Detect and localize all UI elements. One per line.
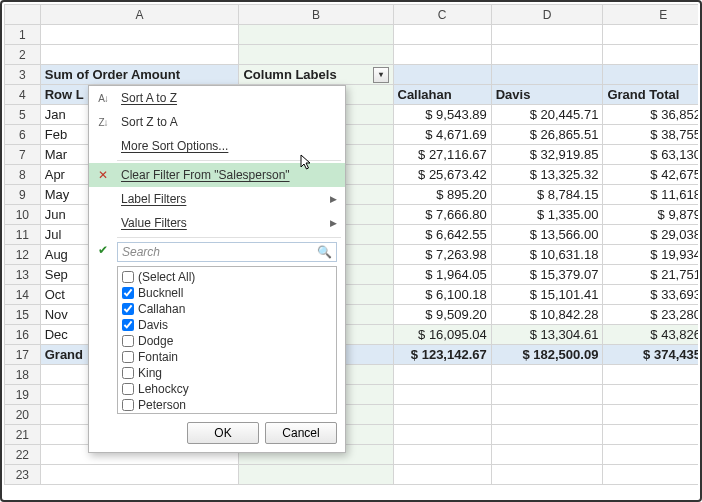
filter-search-input[interactable]: Search 🔍 [117, 242, 337, 262]
data-cell[interactable]: $ 895.20 [393, 185, 491, 205]
filter-item[interactable]: Sahet [122, 413, 332, 414]
cell[interactable] [603, 25, 698, 45]
data-cell[interactable]: $ 36,852.32 [603, 105, 698, 125]
filter-checkbox[interactable] [122, 367, 134, 379]
col-header-C[interactable]: C [393, 5, 491, 25]
cell[interactable] [491, 425, 603, 445]
row-header[interactable]: 14 [5, 285, 41, 305]
data-cell[interactable]: $ 8,784.15 [491, 185, 603, 205]
ok-button[interactable]: OK [187, 422, 259, 444]
menu-value-filters[interactable]: Value Filters ▶ [89, 211, 345, 235]
data-cell[interactable]: $ 15,379.07 [491, 265, 603, 285]
filter-checkbox[interactable] [122, 319, 134, 331]
cell[interactable] [393, 45, 491, 65]
row-header[interactable]: 9 [5, 185, 41, 205]
cell[interactable] [491, 65, 603, 85]
cell[interactable] [239, 465, 393, 485]
row-header[interactable]: 16 [5, 325, 41, 345]
grand-total-cell[interactable]: $ 123,142.67 [393, 345, 491, 365]
row-header[interactable]: 20 [5, 405, 41, 425]
cell[interactable] [239, 25, 393, 45]
data-cell[interactable]: $ 9,543.89 [393, 105, 491, 125]
cell[interactable] [603, 445, 698, 465]
data-cell[interactable]: $ 7,666.80 [393, 205, 491, 225]
data-cell[interactable]: $ 10,631.18 [491, 245, 603, 265]
data-cell[interactable]: $ 16,095.04 [393, 325, 491, 345]
select-all-corner[interactable] [5, 5, 41, 25]
cell[interactable] [603, 365, 698, 385]
data-cell[interactable]: $ 9,509.20 [393, 305, 491, 325]
data-cell[interactable]: $ 6,100.18 [393, 285, 491, 305]
filter-item[interactable]: Dodge [122, 333, 332, 349]
cell[interactable] [40, 465, 239, 485]
data-cell[interactable]: $ 38,755.10 [603, 125, 698, 145]
grand-total-cell[interactable]: $ 182,500.09 [491, 345, 603, 365]
column-labels-cell[interactable]: Column Labels▾ [239, 65, 393, 85]
menu-more-sort[interactable]: More Sort Options... [89, 134, 345, 158]
cell[interactable] [239, 45, 393, 65]
row-header[interactable]: 18 [5, 365, 41, 385]
cell[interactable] [393, 465, 491, 485]
menu-label-filters[interactable]: Label Filters ▶ [89, 187, 345, 211]
row-header[interactable]: 15 [5, 305, 41, 325]
cell[interactable] [40, 25, 239, 45]
data-cell[interactable]: $ 4,671.69 [393, 125, 491, 145]
filter-values-listbox[interactable]: (Select All)BucknellCallahanDavisDodgeFo… [117, 266, 337, 414]
filter-item[interactable]: Lehockcy [122, 381, 332, 397]
row-header[interactable]: 13 [5, 265, 41, 285]
filter-item[interactable]: Callahan [122, 301, 332, 317]
row-header[interactable]: 23 [5, 465, 41, 485]
data-cell[interactable]: $ 10,842.28 [491, 305, 603, 325]
cell[interactable] [491, 385, 603, 405]
data-cell[interactable]: $ 33,693.49 [603, 285, 698, 305]
row-header[interactable]: 21 [5, 425, 41, 445]
menu-sort-az[interactable]: A↓ Sort A to Z [89, 86, 345, 110]
filter-checkbox[interactable] [122, 335, 134, 347]
filter-checkbox[interactable] [122, 399, 134, 411]
cell[interactable] [603, 405, 698, 425]
data-cell[interactable]: $ 23,280.68 [603, 305, 698, 325]
data-cell[interactable]: $ 20,445.71 [491, 105, 603, 125]
filter-checkbox[interactable] [122, 383, 134, 395]
data-cell[interactable]: $ 1,964.05 [393, 265, 491, 285]
row-header[interactable]: 6 [5, 125, 41, 145]
filter-item[interactable]: Bucknell [122, 285, 332, 301]
data-cell[interactable]: $ 26,865.51 [491, 125, 603, 145]
cell[interactable] [40, 45, 239, 65]
col-header-E[interactable]: E [603, 5, 698, 25]
salesperson-header[interactable]: Davis [491, 85, 603, 105]
filter-checkbox[interactable] [122, 271, 134, 283]
filter-checkbox[interactable] [122, 303, 134, 315]
data-cell[interactable]: $ 27,116.67 [393, 145, 491, 165]
row-header[interactable]: 1 [5, 25, 41, 45]
sum-of-order-amount-label[interactable]: Sum of Order Amount [40, 65, 239, 85]
cell[interactable] [603, 465, 698, 485]
data-cell[interactable]: $ 9,879.00 [603, 205, 698, 225]
row-header[interactable]: 4 [5, 85, 41, 105]
col-header-B[interactable]: B [239, 5, 393, 25]
data-cell[interactable]: $ 32,919.85 [491, 145, 603, 165]
cell[interactable] [393, 25, 491, 45]
filter-item[interactable]: Davis [122, 317, 332, 333]
salesperson-header[interactable]: Callahan [393, 85, 491, 105]
row-header[interactable]: 12 [5, 245, 41, 265]
data-cell[interactable]: $ 19,934.03 [603, 245, 698, 265]
row-header[interactable]: 5 [5, 105, 41, 125]
data-cell[interactable]: $ 13,304.61 [491, 325, 603, 345]
row-header[interactable]: 17 [5, 345, 41, 365]
filter-item[interactable]: Peterson [122, 397, 332, 413]
data-cell[interactable]: $ 6,642.55 [393, 225, 491, 245]
cell[interactable] [491, 465, 603, 485]
data-cell[interactable]: $ 43,826.38 [603, 325, 698, 345]
row-header[interactable]: 8 [5, 165, 41, 185]
data-cell[interactable]: $ 1,335.00 [491, 205, 603, 225]
data-cell[interactable]: $ 13,325.32 [491, 165, 603, 185]
row-header[interactable]: 2 [5, 45, 41, 65]
data-cell[interactable]: $ 25,673.42 [393, 165, 491, 185]
data-cell[interactable]: $ 11,618.35 [603, 185, 698, 205]
cell[interactable] [603, 45, 698, 65]
menu-sort-za[interactable]: Z↓ Sort Z to A [89, 110, 345, 134]
data-cell[interactable]: $ 63,130.05 [603, 145, 698, 165]
cancel-button[interactable]: Cancel [265, 422, 337, 444]
row-header[interactable]: 22 [5, 445, 41, 465]
